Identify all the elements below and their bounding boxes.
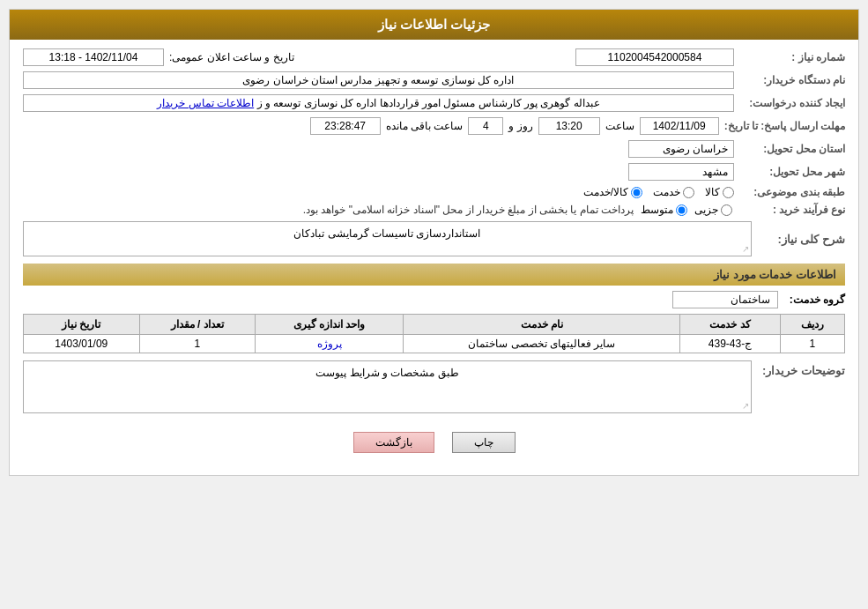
- services-section-header: اطلاعات خدمات مورد نیاز: [23, 264, 845, 286]
- button-row: چاپ بازگشت: [23, 419, 845, 466]
- grooh-khadamat-label: گروه خدمت:: [783, 293, 845, 306]
- ostan-label: استان محل تحویل:: [739, 143, 845, 155]
- sharh-value: استانداردسازی تاسیسات گرمایشی تبادکان: [293, 227, 480, 240]
- btn-chap[interactable]: چاپ: [452, 432, 516, 453]
- col-tarikh: تاریخ نیاز: [24, 315, 140, 335]
- tabaqe-khadamat-item: خدمت: [653, 186, 694, 198]
- shmare-label: شماره نیاز :: [739, 51, 845, 63]
- tabaqe-row: طبقه بندی موضوعی: کالا خدمت کالا/خدمت: [23, 186, 845, 198]
- nam-dastgah-value: اداره کل نوسازی توسعه و تجهیز مدارس استا…: [23, 71, 734, 89]
- ostan-row: استان محل تحویل: خراسان رضوی: [23, 140, 845, 158]
- mohlat-rooz-label: روز و: [508, 120, 532, 132]
- cell-radif: 1: [780, 335, 844, 353]
- tabaqe-kala-radio[interactable]: [723, 187, 734, 198]
- tabaqe-khadamat-label: خدمت: [653, 186, 680, 198]
- tabaqe-kala-khadamat-radio[interactable]: [631, 187, 642, 198]
- cell-vahed: پروژه: [255, 335, 403, 353]
- btn-bazgasht[interactable]: بازگشت: [353, 432, 434, 453]
- content-area: شماره نیاز : 1102004542000584 تاریخ و سا…: [10, 40, 858, 475]
- sharh-box: استانداردسازی تاسیسات گرمایشی تبادکان ↗: [23, 221, 752, 256]
- nam-dastgah-row: نام دستگاه خریدار: اداره کل نوسازی توسعه…: [23, 71, 845, 89]
- mohlat-label: مهلت ارسال پاسخ: تا تاریخ:: [724, 120, 845, 132]
- col-radif: ردیف: [780, 315, 844, 335]
- ijad-label: ایجاد کننده درخواست:: [739, 97, 845, 109]
- toseeh-resize-icon: ↗: [742, 401, 749, 411]
- grooh-khadamat-row: گروه خدمت: ساختمان: [23, 291, 845, 308]
- noع-farayand-jozei-item: جزیی: [694, 204, 732, 216]
- cell-kod: ج-43-439: [680, 335, 780, 353]
- noع-farayand-row: نوع فرآیند خرید : جزیی متوسط پرداخت تمام…: [23, 204, 845, 216]
- ijad-row: ایجاد کننده درخواست: عبداله گوهری پور کا…: [23, 94, 845, 112]
- shahr-value: مشهد: [628, 163, 734, 181]
- mohlat-date: 1402/11/09: [640, 117, 719, 135]
- sharh-row: شرح کلی نیاز: استانداردسازی تاسیسات گرما…: [23, 221, 845, 256]
- tabaqe-kala-label: کالا: [705, 186, 720, 198]
- col-tedad: تعداد / مقدار: [139, 315, 255, 335]
- mohlat-saeat-label: ساعت: [605, 120, 634, 132]
- noع-farayand-jozei-radio[interactable]: [721, 204, 732, 216]
- tarikh-value: 1402/11/04 - 13:18: [23, 48, 164, 66]
- toseeh-box: طبق مشخصات و شرایط پیوست ↗: [23, 360, 752, 413]
- tarikh-label: تاریخ و ساعت اعلان عمومی:: [169, 51, 294, 63]
- tabaqe-khadamat-radio[interactable]: [683, 187, 694, 198]
- services-table: ردیف کد خدمت نام خدمت واحد اندازه گیری ت…: [23, 314, 845, 353]
- tabaqe-kala-item: کالا: [705, 186, 734, 198]
- toseeh-value: طبق مشخصات و شرایط پیوست: [315, 367, 458, 379]
- shahr-row: شهر محل تحویل: مشهد: [23, 163, 845, 181]
- ijad-link[interactable]: اطلاعات تماس خریدار: [157, 97, 254, 109]
- noع-farayand-motevaset-label: متوسط: [641, 204, 673, 216]
- grooh-khadamat-value: ساختمان: [672, 291, 778, 308]
- col-vahed: واحد اندازه گیری: [255, 315, 403, 335]
- cell-tarikh: 1403/01/09: [24, 335, 140, 353]
- noع-farayand-label: نوع فرآیند خرید :: [739, 204, 845, 216]
- mohlat-remaining-value: 23:28:47: [310, 117, 381, 135]
- noع-farayand-text: پرداخت تمام یا بخشی از مبلغ خریدار از مح…: [303, 204, 634, 216]
- tabaqe-kala-khadamat-item: کالا/خدمت: [583, 186, 642, 198]
- noع-farayand-motevaset-radio[interactable]: [676, 204, 687, 216]
- ostan-value: خراسان رضوی: [628, 140, 734, 158]
- mohlat-rooz-value: 4: [468, 117, 503, 135]
- ijad-value: عبداله گوهری پور کارشناس مسئول امور قرار…: [23, 94, 734, 112]
- col-name: نام خدمت: [404, 315, 680, 335]
- page-container: جزئیات اطلاعات نیاز شماره نیاز : 1102004…: [9, 9, 859, 476]
- noع-farayand-jozei-label: جزیی: [694, 204, 718, 216]
- toseeh-label: توضیحات خریدار:: [757, 360, 845, 377]
- noع-farayand-motevaset-item: متوسط: [641, 204, 687, 216]
- sharh-label: شرح کلی نیاز:: [757, 233, 845, 246]
- shmare-row: شماره نیاز : 1102004542000584 تاریخ و سا…: [23, 48, 845, 66]
- shahr-label: شهر محل تحویل:: [739, 166, 845, 178]
- mohlat-row: مهلت ارسال پاسخ: تا تاریخ: 1402/11/09 سا…: [23, 117, 845, 135]
- tabaqe-kala-khadamat-label: کالا/خدمت: [583, 186, 628, 198]
- toseeh-row: توضیحات خریدار: طبق مشخصات و شرایط پیوست…: [23, 360, 845, 413]
- cell-tedad: 1: [139, 335, 255, 353]
- shmare-value: 1102004542000584: [575, 48, 734, 66]
- page-header: جزئیات اطلاعات نیاز: [10, 10, 858, 40]
- table-row: 1 ج-43-439 سایر فعالیتهای تخصصی ساختمان …: [24, 335, 845, 353]
- sharh-resize-icon: ↗: [742, 244, 749, 254]
- tabaqe-radio-group: کالا خدمت کالا/خدمت: [583, 186, 734, 198]
- tabaqe-label: طبقه بندی موضوعی:: [739, 186, 845, 198]
- services-header-text: اطلاعات خدمات مورد نیاز: [714, 268, 836, 281]
- table-header-row: ردیف کد خدمت نام خدمت واحد اندازه گیری ت…: [24, 315, 845, 335]
- page-title: جزئیات اطلاعات نیاز: [378, 17, 490, 32]
- mohlat-saeat-value: 13:20: [538, 117, 600, 135]
- mohlat-remaining-label: ساعت باقی مانده: [386, 120, 464, 132]
- col-kod: کد خدمت: [680, 315, 780, 335]
- nam-dastgah-label: نام دستگاه خریدار:: [739, 74, 845, 86]
- cell-name: سایر فعالیتهای تخصصی ساختمان: [404, 335, 680, 353]
